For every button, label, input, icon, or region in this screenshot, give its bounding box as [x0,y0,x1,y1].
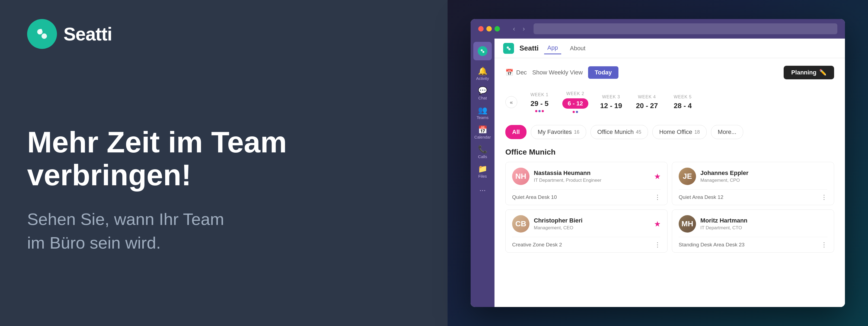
left-panel: Seatti Mehr Zeit im Team verbringen! Seh… [0,0,447,326]
calendar-icon: 📅 [478,126,488,134]
person-grid: NH Nastassia Heumann IT Department, Prod… [505,162,834,253]
person-info-3: Moritz Hartmann IT Department, CTO [701,217,827,230]
app-title: Seatti [520,44,539,52]
teams-icon: 👥 [478,107,488,114]
week-back-button[interactable]: « [505,96,517,108]
desk-info-1: Quiet Area Desk 12 [679,194,723,200]
avatar-3: MH [679,215,696,233]
browser-window: ‹ › 🔔 Activity [471,19,845,307]
sidebar-label-calls: Calls [478,154,487,159]
main-headline: Mehr Zeit im Team verbringen! [27,126,421,191]
sidebar-item-files[interactable]: 📁 Files [472,162,493,181]
desk-info-3: Standing Desk Area Desk 23 [679,242,745,248]
week-label-2: WEEK 2 [566,91,584,96]
person-card-1: JE Johannes Eppler Management, CPO Quiet… [672,162,834,205]
logo-text: Seatti [63,23,112,45]
week-range-3: 12 - 19 [600,102,622,110]
week-dots-2 [572,111,578,113]
activity-icon: 🔔 [478,67,488,75]
filter-favorites[interactable]: My Favorites 16 [531,125,586,139]
sidebar-label-activity: Activity [476,76,489,81]
week-item-5[interactable]: WEEK 5 28 - 4 [669,94,696,110]
week-item-1[interactable]: WEEK 1 29 - 5 [526,92,553,112]
person-role-0: IT Department, Product Engineer [534,178,650,183]
dot [572,111,575,113]
sidebar-label-calendar: Calendar [474,135,491,140]
person-header-0: NH Nastassia Heumann IT Department, Prod… [512,168,661,185]
teams-sidebar: 🔔 Activity 💬 Chat 👥 Teams 📅 Calendar 📞 [471,38,495,307]
person-footer-0: Quiet Area Desk 10 ⋮ [512,189,661,205]
traffic-lights [478,26,500,31]
calendar-small-icon: 📅 [505,69,514,76]
sidebar-seatti-icon [478,46,488,56]
today-button[interactable]: Today [588,66,618,79]
browser-chrome: ‹ › [471,19,845,38]
person-header-1: JE Johannes Eppler Management, CPO [679,168,827,185]
dot [535,110,537,112]
filter-tabs: All My Favorites 16 Office Munich 45 Hom… [505,125,834,139]
date-left: 📅 Dec Show Weekly View Today [505,66,618,79]
logo-area: Seatti [27,19,112,49]
person-footer-1: Quiet Area Desk 12 ⋮ [679,189,827,205]
person-name-2: Christopher Bieri [534,217,650,224]
svg-point-4 [483,51,485,53]
desk-info-2: Creative Zone Desk 2 [512,242,562,248]
avatar-2: CB [512,215,529,233]
tab-app[interactable]: App [544,42,561,54]
week-item-2[interactable]: WEEK 2 6 - 12 [562,91,589,113]
person-name-0: Nastassia Heumann [534,169,650,176]
files-icon: 📁 [478,165,488,173]
person-info-2: Christopher Bieri Management, CEO [534,217,650,230]
person-role-3: IT Department, CTO [701,225,827,230]
week-range-2-active: 6 - 12 [562,98,588,109]
office-title: Office Munich [505,148,834,157]
filter-home-office[interactable]: Home Office 18 [652,125,707,139]
planning-button[interactable]: Planning ✏️ [784,66,834,79]
minimize-button[interactable] [486,26,492,31]
week-selector: « WEEK 1 29 - 5 [505,87,834,117]
week-label-1: WEEK 1 [531,92,549,97]
browser-nav: ‹ › [511,24,527,34]
sidebar-item-chat[interactable]: 💬 Chat [472,84,493,103]
more-options-0[interactable]: ⋮ [654,193,661,201]
close-button[interactable] [478,26,484,31]
star-icon-2[interactable]: ★ [654,219,661,228]
person-footer-3: Standing Desk Area Desk 23 ⋮ [679,237,827,252]
week-item-4[interactable]: WEEK 4 20 - 27 [633,94,660,110]
more-filters-button[interactable]: More... [711,125,743,139]
seatti-app-icon [503,43,514,54]
sidebar-label-files: Files [478,174,487,179]
person-header-2: CB Christopher Bieri Management, CEO ★ [512,215,661,233]
date-nav: 📅 Dec Show Weekly View Today Planning ✏️ [505,66,834,79]
forward-arrow-icon[interactable]: › [521,24,527,34]
more-options-3[interactable]: ⋮ [821,241,827,249]
sidebar-item-teams[interactable]: 👥 Teams [472,104,493,122]
person-info-1: Johannes Eppler Management, CPO [701,169,827,183]
maximize-button[interactable] [495,26,500,31]
week-label-3: WEEK 3 [602,94,620,100]
sidebar-item-calendar[interactable]: 📅 Calendar [472,123,493,142]
more-options-1[interactable]: ⋮ [821,193,827,201]
person-footer-2: Creative Zone Desk 2 ⋮ [512,237,661,252]
week-dots-1 [535,110,544,112]
back-arrow-icon[interactable]: ‹ [511,24,517,34]
sidebar-more-icon[interactable]: ... [479,184,486,193]
star-icon-0[interactable]: ★ [654,172,661,181]
person-info-0: Nastassia Heumann IT Department, Product… [534,169,650,183]
sidebar-item-activity[interactable]: 🔔 Activity [472,65,493,83]
teams-app: 🔔 Activity 💬 Chat 👥 Teams 📅 Calendar 📞 [471,38,845,307]
week-item-3[interactable]: WEEK 3 12 - 19 [597,94,625,110]
svg-point-6 [508,48,510,50]
filter-all[interactable]: All [505,125,527,139]
dot [538,110,540,112]
show-weekly-btn[interactable]: Show Weekly View [532,69,583,76]
teams-topbar: Seatti App About [495,38,845,58]
avatar-1: JE [679,168,696,185]
more-options-2[interactable]: ⋮ [654,241,661,249]
person-name-1: Johannes Eppler [701,169,827,176]
address-bar[interactable] [533,23,837,34]
sidebar-seatti-app[interactable] [473,42,492,60]
sidebar-item-calls[interactable]: 📞 Calls [472,143,493,161]
filter-office-munich[interactable]: Office Munich 45 [590,125,648,139]
tab-about[interactable]: About [567,43,589,54]
